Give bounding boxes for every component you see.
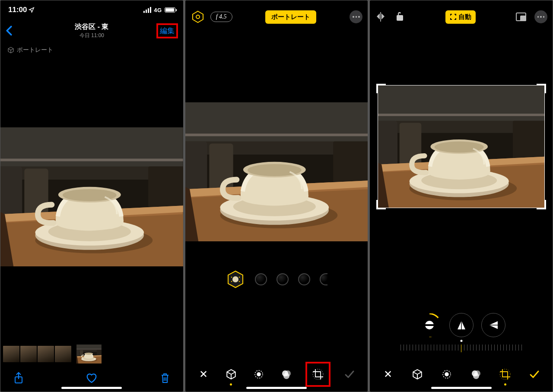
nav-bar: 渋谷区 - 東 今日 11:00 編集 — [0, 19, 183, 42]
svg-rect-38 — [424, 324, 435, 326]
rotate-button[interactable] — [394, 12, 405, 22]
photo-area[interactable] — [0, 58, 183, 344]
screen-photo-viewer: 11:00 4G 渋谷区 - 東 今日 11:00 編集 ポートレート — [0, 0, 183, 392]
lighting-option[interactable] — [320, 273, 327, 285]
tab-filters[interactable] — [467, 366, 485, 383]
tab-crop[interactable] — [496, 366, 514, 383]
battery-icon — [165, 7, 175, 13]
edit-tab-bar: ✕ — [185, 357, 368, 392]
tab-adjust[interactable] — [250, 366, 267, 383]
cancel-button[interactable]: ✕ — [379, 366, 397, 383]
done-button[interactable] — [341, 366, 358, 383]
thumbnail[interactable] — [20, 346, 37, 362]
flip-button[interactable] — [375, 12, 386, 22]
crop-handle-br[interactable] — [537, 200, 546, 209]
status-time: 11:00 — [8, 6, 27, 14]
svg-point-20 — [196, 15, 200, 19]
dial-straighten[interactable] — [417, 313, 442, 337]
network-label: 4G — [154, 7, 162, 13]
status-bar: 11:00 4G — [0, 0, 183, 19]
cube-icon — [7, 47, 14, 54]
ruler-indicator — [460, 340, 462, 342]
auto-label: 自動 — [458, 13, 471, 21]
rotation-dials — [370, 313, 553, 337]
lighting-option[interactable] — [255, 273, 267, 285]
edit-top-toolbar: f 4.5 ポートレート — [185, 5, 368, 29]
thumbnail-selected[interactable] — [76, 345, 102, 364]
mode-label: ポートレート — [17, 46, 53, 54]
ruler-ticks — [400, 345, 522, 352]
photo — [0, 127, 183, 266]
dial-vertical[interactable] — [449, 313, 474, 337]
lighting-option[interactable] — [276, 273, 289, 285]
back-button[interactable] — [6, 25, 13, 36]
tab-crop[interactable] — [305, 362, 331, 387]
nav-title: 渋谷区 - 東 — [0, 22, 183, 32]
thumbnail-strip[interactable] — [0, 344, 183, 364]
svg-rect-34 — [397, 15, 403, 21]
svg-point-42 — [445, 373, 448, 376]
svg-point-32 — [313, 369, 323, 379]
auto-brackets-icon — [450, 13, 457, 20]
svg-rect-36 — [521, 16, 526, 21]
svg-point-22 — [232, 276, 238, 282]
mode-pill[interactable]: ポートレート — [265, 10, 316, 24]
crop-handle-tr[interactable] — [537, 84, 546, 93]
edit-tab-bar: ✕ — [370, 357, 553, 392]
crop-handle-tl[interactable] — [376, 84, 386, 93]
tab-portrait[interactable] — [409, 366, 426, 383]
mode-badge: ポートレート — [0, 42, 183, 58]
crop-top-toolbar: 自動 — [370, 5, 553, 29]
aperture-button[interactable]: f 4.5 — [210, 12, 232, 22]
svg-point-25 — [231, 281, 232, 282]
aspect-button[interactable] — [515, 12, 527, 22]
auto-button[interactable]: 自動 — [445, 10, 476, 24]
svg-point-45 — [473, 373, 479, 379]
crop-area[interactable] — [370, 29, 553, 232]
more-button[interactable] — [350, 10, 362, 23]
signal-icon — [143, 7, 151, 13]
thumbnail[interactable] — [55, 346, 71, 362]
svg-point-31 — [283, 373, 289, 379]
crop-frame[interactable] — [378, 85, 545, 208]
more-button[interactable] — [534, 10, 547, 23]
share-button[interactable] — [13, 372, 25, 384]
svg-point-28 — [257, 373, 261, 376]
tab-adjust[interactable] — [438, 366, 455, 383]
portrait-lighting-button[interactable] — [191, 9, 205, 24]
crop-handle-bl[interactable] — [376, 200, 386, 209]
tab-portrait[interactable] — [222, 366, 240, 383]
svg-point-23 — [231, 277, 232, 278]
svg-point-24 — [239, 277, 240, 278]
screen-edit-portrait: f 4.5 ポートレート ✕ — [185, 0, 368, 392]
thumbnail[interactable] — [38, 346, 54, 362]
lighting-carousel[interactable] — [185, 262, 368, 297]
done-button[interactable] — [526, 366, 543, 383]
dial-horizontal[interactable] — [481, 313, 505, 337]
tab-filters[interactable] — [278, 366, 295, 383]
lighting-option[interactable] — [298, 273, 310, 285]
edit-button[interactable]: 編集 — [156, 23, 178, 38]
home-indicator[interactable] — [246, 387, 307, 389]
svg-point-26 — [239, 281, 240, 282]
cancel-button[interactable]: ✕ — [195, 366, 212, 383]
nav-subtitle: 今日 11:00 — [0, 32, 183, 39]
photo — [185, 102, 368, 241]
screen-edit-crop: 自動 ✕ — [370, 0, 553, 392]
thumbnail[interactable] — [3, 346, 19, 362]
home-indicator[interactable] — [431, 387, 492, 389]
location-icon — [29, 7, 35, 13]
favorite-button[interactable] — [86, 372, 98, 384]
photo-area[interactable] — [185, 29, 368, 262]
svg-point-46 — [500, 369, 510, 379]
lighting-option-natural[interactable] — [226, 269, 245, 289]
delete-button[interactable] — [159, 372, 171, 384]
rotation-ruler[interactable] — [370, 340, 553, 357]
home-indicator[interactable] — [61, 387, 122, 389]
svg-marker-19 — [193, 11, 203, 22]
